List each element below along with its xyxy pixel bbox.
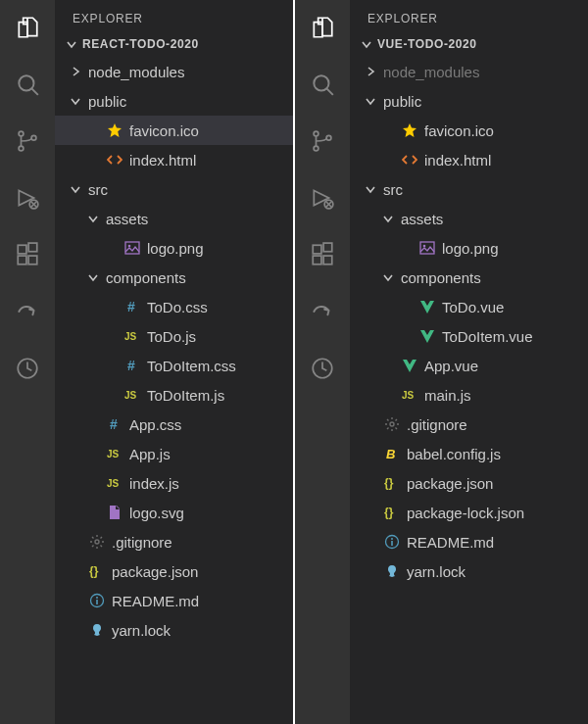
file-row[interactable]: #ToDoItem.css [55,351,293,380]
folder-row[interactable]: components [55,263,293,292]
file-row[interactable]: JSindex.js [55,468,293,498]
search-icon[interactable] [14,71,41,98]
svg-text:JS: JS [402,390,415,401]
chevron-down-icon [381,213,395,224]
file-row[interactable]: index.html [350,145,588,174]
svg-point-30 [390,422,394,426]
accounts-icon[interactable] [14,355,41,382]
explorer-sidebar: EXPLORER REACT-TODO-2020 node_modulespub… [55,0,293,724]
file-row[interactable]: JSToDoItem.js [55,380,293,410]
svg-text:{}: {} [384,506,394,519]
folder-row[interactable]: components [350,263,588,292]
json-icon: {} [383,474,401,492]
left-pane: EXPLORER REACT-TODO-2020 node_modulespub… [0,0,293,724]
file-row[interactable]: logo.png [350,233,588,263]
file-row[interactable]: {}package.json [55,556,293,586]
git-icon[interactable] [14,127,41,155]
accounts-icon[interactable] [309,355,336,382]
file-row[interactable]: README.md [350,527,588,556]
folder-row[interactable]: public [350,86,588,116]
file-row[interactable]: favicon.ico [350,116,588,145]
git-icon[interactable] [309,127,336,155]
share-icon[interactable] [14,298,41,325]
file-row[interactable]: #App.css [55,410,293,439]
explorer-sidebar: EXPLORER VUE-TODO-2020 node_modulespubli… [350,0,588,724]
file-row[interactable]: ToDoItem.vue [350,321,588,351]
js-icon: JS [401,386,418,404]
folder-row[interactable]: src [55,174,293,204]
debug-icon[interactable] [14,184,41,212]
file-row[interactable]: yarn.lock [350,556,588,586]
yarn-icon [88,621,106,639]
folder-row[interactable]: assets [350,204,588,233]
tree-item-label: main.js [424,387,471,404]
tree-item-label: src [88,181,108,198]
tree-item-label: index.html [129,152,196,169]
chevron-down-icon [69,183,82,195]
svg-text:JS: JS [107,449,120,459]
files-icon[interactable] [309,14,336,41]
js-icon: JS [106,445,123,462]
file-row[interactable]: .gitignore [55,527,293,556]
project-header[interactable]: VUE-TODO-2020 [350,33,588,55]
svg-text:JS: JS [124,331,137,342]
babel-icon: B [383,445,401,462]
folder-row[interactable]: node_modules [350,57,588,86]
svg-text:JS: JS [107,478,120,489]
activity-bar [0,0,55,724]
file-row[interactable]: .gitignore [350,410,588,439]
folder-row[interactable]: public [55,86,293,116]
debug-icon[interactable] [309,184,336,212]
svg-text:{}: {} [384,476,394,490]
file-row[interactable]: index.html [55,145,293,174]
tree-item-label: public [383,93,421,110]
file-row[interactable]: logo.png [55,233,293,263]
tree-item-label: ToDo.vue [442,299,504,315]
tree-item-label: package.json [112,563,198,580]
tree-item-label: public [88,93,126,110]
file-row[interactable]: {}package.json [350,468,588,498]
svg-point-28 [423,245,426,248]
explorer-title: EXPLORER [55,0,293,33]
extensions-icon[interactable] [14,241,41,268]
files-icon[interactable] [14,14,41,41]
file-row[interactable]: logo.svg [55,498,293,527]
hash-icon: # [106,415,123,433]
tree-item-label: ToDo.js [147,328,196,345]
tree-item-label: yarn.lock [407,563,466,580]
file-row[interactable]: App.vue [350,351,588,380]
file-row[interactable]: JSmain.js [350,380,588,410]
tree-item-label: ToDoItem.css [147,358,236,374]
file-row[interactable]: JSApp.js [55,439,293,468]
file-row[interactable]: favicon.ico [55,116,293,145]
file-row[interactable]: ToDo.vue [350,292,588,321]
json-icon: {} [383,504,401,521]
file-row[interactable]: JSToDo.js [55,321,293,351]
file-row[interactable]: yarn.lock [55,615,293,645]
svg-text:#: # [127,299,135,314]
share-icon[interactable] [309,298,336,325]
folder-row[interactable]: assets [55,204,293,233]
search-icon[interactable] [309,71,336,98]
tree-item-label: babel.config.js [407,446,501,462]
chevron-down-icon [364,95,377,107]
chevron-down-icon [360,38,373,50]
hash-icon: # [123,357,141,374]
project-header[interactable]: REACT-TODO-2020 [55,33,293,55]
extensions-icon[interactable] [309,241,336,268]
chevron-down-icon [65,38,78,50]
tree-item-label: src [383,181,403,198]
file-row[interactable]: Bbabel.config.js [350,439,588,468]
folder-row[interactable]: src [350,174,588,204]
tree-item-label: ToDoItem.js [147,387,224,404]
explorer-title: EXPLORER [350,0,588,33]
svg-rect-27 [420,242,434,254]
file-row[interactable]: README.md [55,586,293,615]
svg-point-22 [95,540,99,544]
file-row[interactable]: #ToDo.css [55,292,293,321]
folder-row[interactable]: node_modules [55,57,293,86]
svg-point-35 [391,538,393,540]
tree-item-label: App.css [129,416,181,433]
chevron-down-icon [86,213,100,224]
file-row[interactable]: {}package-lock.json [350,498,588,527]
